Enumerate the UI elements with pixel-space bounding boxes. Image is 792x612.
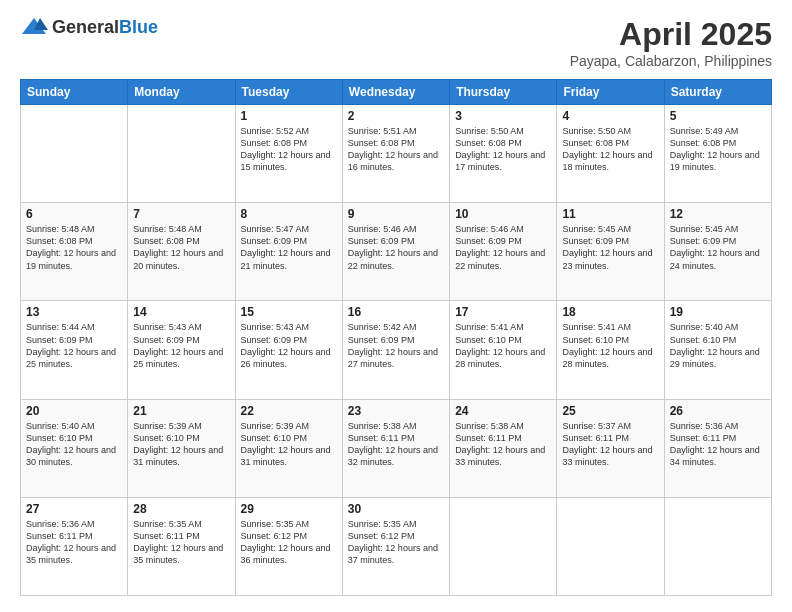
day-number: 22 bbox=[241, 404, 337, 418]
day-number: 28 bbox=[133, 502, 229, 516]
cell-info: Sunrise: 5:45 AM Sunset: 6:09 PM Dayligh… bbox=[562, 223, 658, 272]
day-number: 5 bbox=[670, 109, 766, 123]
calendar-cell: 22Sunrise: 5:39 AM Sunset: 6:10 PM Dayli… bbox=[235, 399, 342, 497]
day-number: 19 bbox=[670, 305, 766, 319]
day-number: 1 bbox=[241, 109, 337, 123]
day-number: 17 bbox=[455, 305, 551, 319]
logo-general: General bbox=[52, 17, 119, 37]
day-number: 4 bbox=[562, 109, 658, 123]
calendar-cell: 14Sunrise: 5:43 AM Sunset: 6:09 PM Dayli… bbox=[128, 301, 235, 399]
cell-info: Sunrise: 5:36 AM Sunset: 6:11 PM Dayligh… bbox=[670, 420, 766, 469]
cell-info: Sunrise: 5:41 AM Sunset: 6:10 PM Dayligh… bbox=[562, 321, 658, 370]
cell-info: Sunrise: 5:43 AM Sunset: 6:09 PM Dayligh… bbox=[133, 321, 229, 370]
cell-info: Sunrise: 5:48 AM Sunset: 6:08 PM Dayligh… bbox=[26, 223, 122, 272]
page: GeneralBlue April 2025 Payapa, Calabarzo… bbox=[0, 0, 792, 612]
calendar-cell: 10Sunrise: 5:46 AM Sunset: 6:09 PM Dayli… bbox=[450, 203, 557, 301]
cell-info: Sunrise: 5:44 AM Sunset: 6:09 PM Dayligh… bbox=[26, 321, 122, 370]
calendar-week-3: 13Sunrise: 5:44 AM Sunset: 6:09 PM Dayli… bbox=[21, 301, 772, 399]
day-number: 23 bbox=[348, 404, 444, 418]
cell-info: Sunrise: 5:35 AM Sunset: 6:11 PM Dayligh… bbox=[133, 518, 229, 567]
cell-info: Sunrise: 5:46 AM Sunset: 6:09 PM Dayligh… bbox=[348, 223, 444, 272]
day-number: 21 bbox=[133, 404, 229, 418]
day-number: 13 bbox=[26, 305, 122, 319]
calendar-table: SundayMondayTuesdayWednesdayThursdayFrid… bbox=[20, 79, 772, 596]
day-number: 26 bbox=[670, 404, 766, 418]
cell-info: Sunrise: 5:42 AM Sunset: 6:09 PM Dayligh… bbox=[348, 321, 444, 370]
calendar-cell bbox=[557, 497, 664, 595]
calendar-week-2: 6Sunrise: 5:48 AM Sunset: 6:08 PM Daylig… bbox=[21, 203, 772, 301]
day-number: 29 bbox=[241, 502, 337, 516]
calendar-header-thursday: Thursday bbox=[450, 80, 557, 105]
calendar-header-tuesday: Tuesday bbox=[235, 80, 342, 105]
cell-info: Sunrise: 5:35 AM Sunset: 6:12 PM Dayligh… bbox=[241, 518, 337, 567]
cell-info: Sunrise: 5:39 AM Sunset: 6:10 PM Dayligh… bbox=[133, 420, 229, 469]
cell-info: Sunrise: 5:41 AM Sunset: 6:10 PM Dayligh… bbox=[455, 321, 551, 370]
day-number: 18 bbox=[562, 305, 658, 319]
calendar-cell: 18Sunrise: 5:41 AM Sunset: 6:10 PM Dayli… bbox=[557, 301, 664, 399]
day-number: 11 bbox=[562, 207, 658, 221]
cell-info: Sunrise: 5:50 AM Sunset: 6:08 PM Dayligh… bbox=[455, 125, 551, 174]
location: Payapa, Calabarzon, Philippines bbox=[570, 53, 772, 69]
calendar-week-4: 20Sunrise: 5:40 AM Sunset: 6:10 PM Dayli… bbox=[21, 399, 772, 497]
logo-blue: Blue bbox=[119, 17, 158, 37]
calendar-week-1: 1Sunrise: 5:52 AM Sunset: 6:08 PM Daylig… bbox=[21, 105, 772, 203]
calendar-cell: 29Sunrise: 5:35 AM Sunset: 6:12 PM Dayli… bbox=[235, 497, 342, 595]
cell-info: Sunrise: 5:38 AM Sunset: 6:11 PM Dayligh… bbox=[348, 420, 444, 469]
calendar-header-monday: Monday bbox=[128, 80, 235, 105]
calendar-header-wednesday: Wednesday bbox=[342, 80, 449, 105]
calendar-cell: 15Sunrise: 5:43 AM Sunset: 6:09 PM Dayli… bbox=[235, 301, 342, 399]
day-number: 24 bbox=[455, 404, 551, 418]
cell-info: Sunrise: 5:36 AM Sunset: 6:11 PM Dayligh… bbox=[26, 518, 122, 567]
calendar-cell bbox=[21, 105, 128, 203]
day-number: 25 bbox=[562, 404, 658, 418]
calendar-cell: 26Sunrise: 5:36 AM Sunset: 6:11 PM Dayli… bbox=[664, 399, 771, 497]
day-number: 2 bbox=[348, 109, 444, 123]
calendar-cell bbox=[450, 497, 557, 595]
calendar-cell: 25Sunrise: 5:37 AM Sunset: 6:11 PM Dayli… bbox=[557, 399, 664, 497]
calendar-cell: 30Sunrise: 5:35 AM Sunset: 6:12 PM Dayli… bbox=[342, 497, 449, 595]
calendar-cell: 6Sunrise: 5:48 AM Sunset: 6:08 PM Daylig… bbox=[21, 203, 128, 301]
day-number: 14 bbox=[133, 305, 229, 319]
cell-info: Sunrise: 5:40 AM Sunset: 6:10 PM Dayligh… bbox=[26, 420, 122, 469]
cell-info: Sunrise: 5:40 AM Sunset: 6:10 PM Dayligh… bbox=[670, 321, 766, 370]
calendar-cell: 4Sunrise: 5:50 AM Sunset: 6:08 PM Daylig… bbox=[557, 105, 664, 203]
day-number: 9 bbox=[348, 207, 444, 221]
cell-info: Sunrise: 5:46 AM Sunset: 6:09 PM Dayligh… bbox=[455, 223, 551, 272]
cell-info: Sunrise: 5:51 AM Sunset: 6:08 PM Dayligh… bbox=[348, 125, 444, 174]
calendar-cell: 28Sunrise: 5:35 AM Sunset: 6:11 PM Dayli… bbox=[128, 497, 235, 595]
calendar-cell bbox=[128, 105, 235, 203]
cell-info: Sunrise: 5:49 AM Sunset: 6:08 PM Dayligh… bbox=[670, 125, 766, 174]
calendar-cell: 16Sunrise: 5:42 AM Sunset: 6:09 PM Dayli… bbox=[342, 301, 449, 399]
day-number: 7 bbox=[133, 207, 229, 221]
calendar-cell: 9Sunrise: 5:46 AM Sunset: 6:09 PM Daylig… bbox=[342, 203, 449, 301]
calendar-week-5: 27Sunrise: 5:36 AM Sunset: 6:11 PM Dayli… bbox=[21, 497, 772, 595]
day-number: 30 bbox=[348, 502, 444, 516]
logo: GeneralBlue bbox=[20, 16, 158, 38]
month-title: April 2025 bbox=[570, 16, 772, 53]
day-number: 27 bbox=[26, 502, 122, 516]
day-number: 8 bbox=[241, 207, 337, 221]
cell-info: Sunrise: 5:45 AM Sunset: 6:09 PM Dayligh… bbox=[670, 223, 766, 272]
calendar-cell: 1Sunrise: 5:52 AM Sunset: 6:08 PM Daylig… bbox=[235, 105, 342, 203]
title-section: April 2025 Payapa, Calabarzon, Philippin… bbox=[570, 16, 772, 69]
cell-info: Sunrise: 5:37 AM Sunset: 6:11 PM Dayligh… bbox=[562, 420, 658, 469]
header: GeneralBlue April 2025 Payapa, Calabarzo… bbox=[20, 16, 772, 69]
calendar-cell: 20Sunrise: 5:40 AM Sunset: 6:10 PM Dayli… bbox=[21, 399, 128, 497]
day-number: 20 bbox=[26, 404, 122, 418]
cell-info: Sunrise: 5:38 AM Sunset: 6:11 PM Dayligh… bbox=[455, 420, 551, 469]
calendar-cell: 17Sunrise: 5:41 AM Sunset: 6:10 PM Dayli… bbox=[450, 301, 557, 399]
calendar-cell: 12Sunrise: 5:45 AM Sunset: 6:09 PM Dayli… bbox=[664, 203, 771, 301]
cell-info: Sunrise: 5:52 AM Sunset: 6:08 PM Dayligh… bbox=[241, 125, 337, 174]
calendar-header-friday: Friday bbox=[557, 80, 664, 105]
calendar-cell: 11Sunrise: 5:45 AM Sunset: 6:09 PM Dayli… bbox=[557, 203, 664, 301]
calendar-cell: 13Sunrise: 5:44 AM Sunset: 6:09 PM Dayli… bbox=[21, 301, 128, 399]
calendar-cell: 21Sunrise: 5:39 AM Sunset: 6:10 PM Dayli… bbox=[128, 399, 235, 497]
calendar-cell: 8Sunrise: 5:47 AM Sunset: 6:09 PM Daylig… bbox=[235, 203, 342, 301]
day-number: 6 bbox=[26, 207, 122, 221]
day-number: 16 bbox=[348, 305, 444, 319]
calendar-cell: 19Sunrise: 5:40 AM Sunset: 6:10 PM Dayli… bbox=[664, 301, 771, 399]
day-number: 3 bbox=[455, 109, 551, 123]
calendar-cell: 5Sunrise: 5:49 AM Sunset: 6:08 PM Daylig… bbox=[664, 105, 771, 203]
cell-info: Sunrise: 5:35 AM Sunset: 6:12 PM Dayligh… bbox=[348, 518, 444, 567]
logo-icon bbox=[20, 16, 48, 38]
